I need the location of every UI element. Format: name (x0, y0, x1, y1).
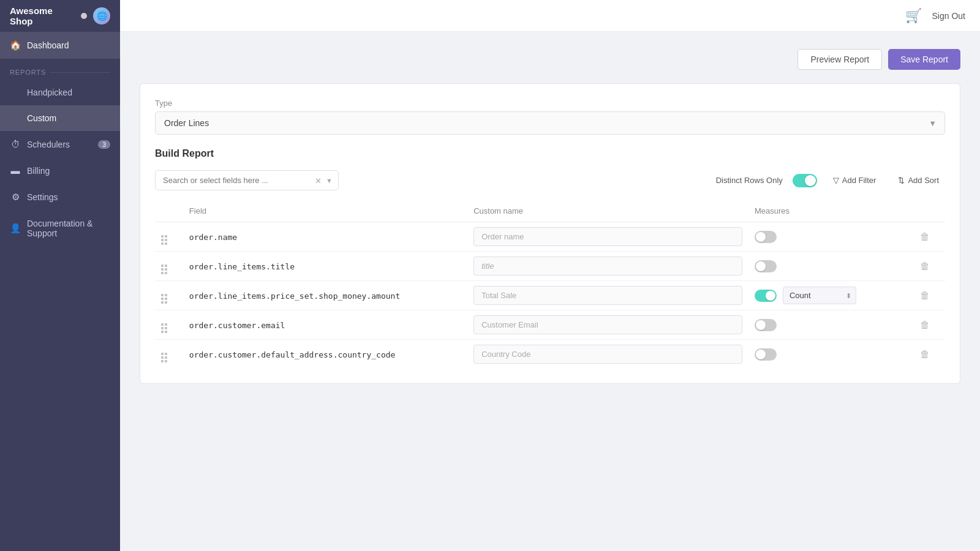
measures-toggle[interactable] (755, 231, 777, 243)
sidebar-item-docs[interactable]: 👤 Documentation & Support (0, 211, 120, 246)
custom-name-input[interactable] (473, 286, 742, 305)
topbar: 🛒 Sign Out (120, 0, 980, 32)
col-header-drag (155, 201, 183, 222)
schedulers-badge: 3 (98, 140, 110, 149)
filter-icon: ▽ (833, 176, 839, 185)
add-sort-button[interactable]: ⇅ Add Sort (892, 172, 945, 189)
drag-handle[interactable] (161, 353, 167, 362)
col-header-measures: Measures (748, 201, 905, 222)
measures-select[interactable]: CountSumAverageMinMax (783, 287, 856, 304)
measures-select-wrap: CountSumAverageMinMax ⬍ (783, 287, 856, 304)
drag-handle[interactable] (161, 294, 167, 304)
handpicked-label: Handpicked (27, 88, 72, 97)
cart-icon[interactable]: 🛒 (903, 5, 925, 27)
content-header: Preview Report Save Report (140, 49, 960, 70)
settings-label: Settings (27, 192, 58, 202)
main-content: 🛒 Sign Out Preview Report Save Report Ty… (120, 0, 980, 551)
settings-icon: ⚙ (10, 192, 21, 203)
build-report-title: Build Report (155, 148, 945, 159)
table-row: order.line_items.price_set.shop_money.am… (155, 281, 945, 310)
sidebar-item-billing[interactable]: ▬ Billing (0, 157, 120, 184)
field-search-input[interactable] (155, 170, 339, 190)
save-report-button[interactable]: Save Report (888, 49, 960, 70)
globe-icon: 🌐 (93, 7, 110, 24)
toolbar-row: ✕ ▼ Distinct Rows Only ▽ Add Filter ⇅ Ad… (155, 170, 945, 190)
billing-icon: ▬ (10, 165, 21, 176)
dashboard-label: Dashboard (27, 40, 69, 50)
billing-label: Billing (27, 166, 50, 176)
sidebar-item-settings[interactable]: ⚙ Settings (0, 184, 120, 211)
delete-row-button[interactable]: 🗑 (915, 229, 935, 245)
custom-name-input[interactable] (473, 227, 742, 246)
drag-handle[interactable] (161, 235, 167, 245)
col-header-action (905, 201, 945, 222)
measures-toggle[interactable] (755, 290, 777, 302)
field-name: order.line_items.price_set.shop_money.am… (189, 291, 400, 301)
field-name: order.line_items.title (189, 262, 295, 271)
sidebar-item-schedulers[interactable]: ⏱ Schedulers 3 (0, 131, 120, 157)
content-area: Preview Report Save Report Type Order Li… (120, 32, 980, 551)
table-row: order.customer.email 🗑 (155, 310, 945, 340)
delete-row-button[interactable]: 🗑 (915, 258, 935, 274)
type-label: Type (155, 99, 945, 108)
type-select-wrap: Order Lines Orders Products Customers ▼ (155, 111, 945, 135)
sidebar-header: Awesome Shop 🌐 (0, 0, 120, 32)
sidebar-item-handpicked[interactable]: Handpicked (0, 80, 120, 105)
sort-icon: ⇅ (898, 176, 905, 185)
custom-label: Custom (27, 113, 56, 123)
distinct-rows-toggle[interactable] (793, 174, 817, 187)
distinct-rows-label: Distinct Rows Only (716, 176, 783, 185)
report-card: Type Order Lines Orders Products Custome… (140, 83, 960, 384)
drag-handle[interactable] (161, 264, 167, 274)
sidebar-item-custom[interactable]: Custom (0, 105, 120, 131)
field-name: order.customer.default_address.country_c… (189, 350, 396, 359)
status-dot (81, 13, 87, 19)
field-name: order.customer.email (189, 321, 285, 330)
add-sort-label: Add Sort (908, 176, 939, 185)
home-icon: 🏠 (10, 40, 21, 51)
docs-icon: 👤 (10, 223, 21, 234)
custom-name-input[interactable] (473, 345, 742, 364)
fields-table: Field Custom name Measures (155, 201, 945, 369)
delete-row-button[interactable]: 🗑 (915, 288, 935, 304)
app-name: Awesome Shop (10, 6, 75, 26)
clock-icon: ⏱ (10, 139, 21, 149)
sidebar-item-dashboard[interactable]: 🏠 Dashboard (0, 32, 120, 59)
col-header-custom: Custom name (467, 201, 748, 222)
type-select[interactable]: Order Lines Orders Products Customers (155, 111, 945, 135)
measures-toggle[interactable] (755, 319, 777, 331)
reports-section-label: REPORTS (0, 59, 120, 80)
sign-out-button[interactable]: Sign Out (932, 11, 965, 21)
measures-toggle[interactable] (755, 348, 777, 361)
schedulers-label: Schedulers (27, 140, 70, 149)
docs-label: Documentation & Support (27, 219, 110, 238)
add-filter-button[interactable]: ▽ Add Filter (827, 172, 883, 189)
table-row: order.customer.default_address.country_c… (155, 340, 945, 369)
measures-toggle[interactable] (755, 260, 777, 272)
delete-row-button[interactable]: 🗑 (915, 317, 935, 333)
table-row: order.line_items.title 🗑 (155, 252, 945, 281)
sidebar: Awesome Shop 🌐 🏠 Dashboard REPORTS Handp… (0, 0, 120, 551)
custom-name-input[interactable] (473, 257, 742, 276)
custom-name-input[interactable] (473, 315, 742, 334)
delete-row-button[interactable]: 🗑 (915, 347, 935, 362)
col-header-field: Field (183, 201, 467, 222)
add-filter-label: Add Filter (842, 176, 876, 185)
field-name: order.name (189, 233, 237, 242)
search-clear-icon[interactable]: ✕ (315, 176, 322, 185)
preview-report-button[interactable]: Preview Report (797, 49, 882, 70)
toolbar-right: Distinct Rows Only ▽ Add Filter ⇅ Add So… (716, 172, 945, 189)
table-row: order.name 🗑 (155, 222, 945, 252)
field-search-wrap: ✕ ▼ (155, 170, 339, 190)
drag-handle[interactable] (161, 323, 167, 333)
